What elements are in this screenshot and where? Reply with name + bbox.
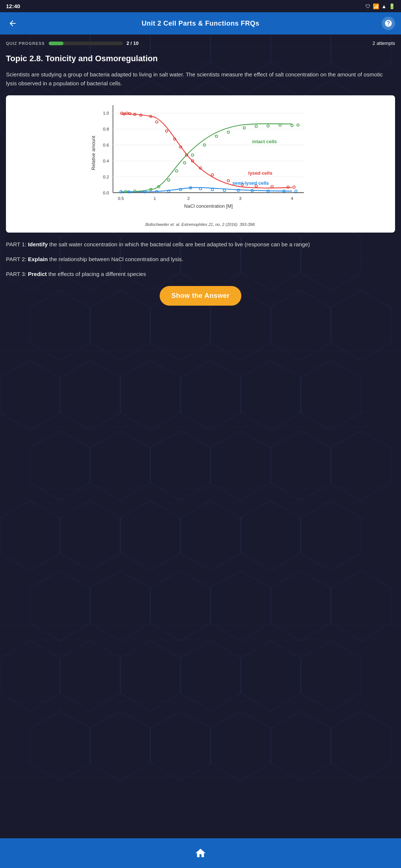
svg-marker-59: [301, 641, 361, 711]
chart-container: 0.0 0.2 0.4 0.6 0.8 1.0 0.5 1 2 3 4: [6, 95, 395, 233]
svg-marker-31: [60, 361, 120, 431]
part2-text: PART 2: Explain the relationship between…: [6, 255, 395, 264]
svg-marker-45: [180, 501, 241, 571]
attempts-text: 2 attempts: [372, 40, 395, 46]
svg-marker-41: [331, 431, 391, 501]
part1-text: PART 1: Identify the salt water concentr…: [6, 240, 395, 249]
svg-marker-33: [180, 361, 241, 431]
svg-text:1.0: 1.0: [103, 111, 109, 115]
svg-text:0.8: 0.8: [103, 126, 109, 131]
svg-marker-57: [180, 641, 241, 711]
svg-marker-47: [301, 501, 361, 571]
part3-bold: Predict: [28, 271, 47, 277]
svg-marker-38: [150, 431, 211, 501]
main-content: QUIZ PROGRESS 2 / 10 2 attempts Topic 2.…: [0, 34, 401, 350]
part2-bold: Explain: [28, 256, 48, 262]
progress-bar-fill: [49, 42, 63, 45]
question-intro: Scientists are studying a group of bacte…: [6, 70, 395, 88]
help-button[interactable]: [382, 17, 395, 30]
back-arrow-icon: [8, 19, 17, 28]
svg-marker-37: [90, 431, 150, 501]
svg-marker-56: [120, 641, 180, 711]
status-bar: 12:40 🛡 📶 ▲ 🔋: [0, 0, 401, 12]
svg-marker-53: [331, 571, 391, 641]
wifi-icon: ▲: [381, 3, 387, 9]
topic-title: Topic 2.8. Tonicity and Osmoregulation: [6, 53, 395, 64]
svg-marker-61: [90, 711, 150, 781]
back-button[interactable]: [6, 17, 19, 30]
svg-marker-64: [271, 711, 331, 781]
svg-marker-54: [0, 641, 60, 711]
svg-text:0.4: 0.4: [103, 158, 109, 163]
svg-marker-43: [60, 501, 120, 571]
svg-marker-50: [150, 571, 211, 641]
svg-marker-60: [30, 711, 90, 781]
svg-marker-32: [120, 361, 180, 431]
svg-marker-63: [211, 711, 271, 781]
svg-text:Relative amount: Relative amount: [91, 135, 96, 170]
svg-marker-58: [241, 641, 301, 711]
svg-marker-34: [241, 361, 301, 431]
svg-text:2: 2: [188, 195, 190, 200]
show-answer-button[interactable]: Show the Answer: [160, 286, 241, 306]
svg-marker-65: [331, 711, 391, 781]
quiz-progress-bar: QUIZ PROGRESS 2 / 10 2 attempts: [6, 40, 395, 46]
home-button[interactable]: [191, 844, 210, 862]
chart-citation: Bollschweiler et. al. Extremophiles 21, …: [12, 222, 389, 227]
svg-marker-46: [241, 501, 301, 571]
part3-text: PART 3: Predict the effects of placing a…: [6, 270, 395, 279]
parts-container: PART 1: Identify the salt water concentr…: [6, 240, 395, 279]
svg-marker-55: [60, 641, 120, 711]
battery-icon: 🔋: [389, 3, 395, 9]
svg-marker-49: [90, 571, 150, 641]
quiz-progress-label: QUIZ PROGRESS: [6, 41, 45, 46]
help-icon: [384, 19, 392, 27]
svg-text:lysed cells: lysed cells: [248, 170, 273, 176]
svg-text:0.0: 0.0: [103, 190, 109, 195]
bottom-navigation-bar: [0, 838, 401, 868]
svg-marker-62: [150, 711, 211, 781]
svg-text:semi-lysed cells: semi-lysed cells: [232, 180, 269, 186]
svg-text:intact cells: intact cells: [252, 138, 277, 144]
signal-icon: 📶: [373, 3, 379, 9]
svg-marker-39: [211, 431, 271, 501]
home-icon: [195, 847, 206, 859]
svg-text:1: 1: [154, 195, 156, 200]
svg-text:0.6: 0.6: [103, 142, 109, 147]
status-icons: 🛡 📶 ▲ 🔋: [365, 3, 395, 9]
svg-text:4: 4: [291, 195, 293, 200]
svg-marker-40: [271, 431, 331, 501]
svg-marker-52: [271, 571, 331, 641]
svg-marker-35: [301, 361, 361, 431]
svg-marker-30: [0, 361, 60, 431]
svg-marker-51: [211, 571, 271, 641]
svg-text:0.2: 0.2: [103, 174, 109, 179]
citation-journal: Extremophiles 21: [182, 222, 213, 227]
svg-marker-36: [30, 431, 90, 501]
svg-text:3: 3: [239, 195, 242, 200]
progress-bar-container: [49, 42, 123, 45]
svg-marker-48: [30, 571, 90, 641]
chart-area: 0.0 0.2 0.4 0.6 0.8 1.0 0.5 1 2 3 4: [12, 101, 389, 220]
progress-fraction: 2 / 10: [127, 40, 139, 46]
svg-marker-42: [0, 501, 60, 571]
status-time: 12:40: [6, 3, 20, 9]
svg-text:0.5: 0.5: [118, 195, 124, 200]
svg-marker-44: [120, 501, 180, 571]
shield-icon: 🛡: [365, 3, 371, 9]
part1-bold: Identify: [28, 241, 48, 247]
svg-text:NaCl concentration [M]: NaCl concentration [M]: [184, 203, 233, 209]
chart-svg: 0.0 0.2 0.4 0.6 0.8 1.0 0.5 1 2 3 4: [12, 101, 389, 213]
app-header: Unit 2 Cell Parts & Functions FRQs: [0, 12, 401, 34]
page-title: Unit 2 Cell Parts & Functions FRQs: [19, 20, 382, 27]
